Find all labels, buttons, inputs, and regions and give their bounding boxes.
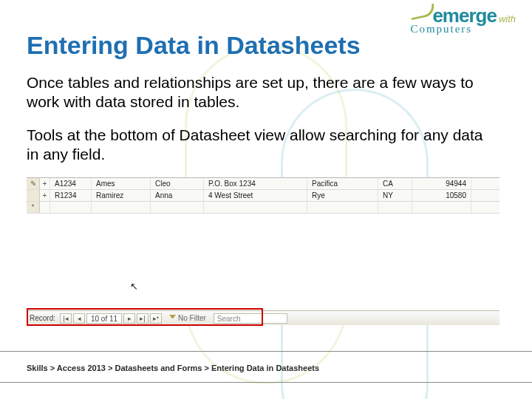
nav-first-button[interactable]: |◂ [60,313,72,324]
table-row-new[interactable]: * [27,202,499,214]
cell-address[interactable]: 4 West Street [204,190,307,201]
cell-lastname[interactable]: Ames [92,178,151,189]
breadcrumb: Skills > Access 2013 > Datasheets and Fo… [27,364,319,372]
filter-indicator[interactable]: No Filter [169,314,206,322]
brand-logo: emerge with Computers [410,7,516,35]
nav-last-button[interactable]: ▸| [137,313,149,324]
expand-icon[interactable]: + [40,178,50,189]
nav-prev-button[interactable]: ◂ [73,313,85,324]
cell-id[interactable]: A1234 [50,178,92,189]
cell-id[interactable]: R1234 [50,190,92,201]
intro-paragraph-1: Once tables and relationships are set up… [27,73,485,112]
nav-position[interactable]: 10 of 11 [86,313,122,324]
record-navigator: Record: |◂ ◂ 10 of 11 ▸ ▸| ▸* No Filter … [27,310,499,325]
cell-state[interactable]: CA [378,178,412,189]
funnel-icon [169,315,176,321]
table-row[interactable]: ✎ + A1234 Ames Cleo P.O. Box 1234 Pacifi… [27,178,499,190]
cell-firstname[interactable]: Anna [151,190,204,201]
datasheet-screenshot: ✎ + A1234 Ames Cleo P.O. Box 1234 Pacifi… [27,177,499,325]
search-input[interactable]: Search [214,313,287,324]
cell-city[interactable]: Pacifica [307,178,378,189]
cell-city[interactable]: Rye [307,190,378,201]
filter-label: No Filter [178,314,206,322]
intro-paragraph-2: Tools at the bottom of Datasheet view al… [27,126,485,165]
cell-zip[interactable]: 94944 [412,178,471,189]
logo-with: with [499,15,516,24]
new-row-marker[interactable]: * [27,202,40,213]
expand-icon[interactable]: + [40,190,50,201]
page-title: Entering Data in Datasheets [27,31,505,60]
row-selector[interactable] [27,190,40,201]
nav-label: Record: [30,314,55,322]
cell-lastname[interactable]: Ramirez [92,190,151,201]
cell-zip[interactable]: 10580 [412,190,471,201]
table-row[interactable]: + R1234 Ramirez Anna 4 West Street Rye N… [27,190,499,202]
nav-next-button[interactable]: ▸ [123,313,135,324]
logo-sub: Computers [410,24,516,35]
cell-firstname[interactable]: Cleo [151,178,204,189]
cell-address[interactable]: P.O. Box 1234 [204,178,307,189]
logo-brand: emerge [432,7,497,24]
row-selector[interactable]: ✎ [27,178,40,189]
cursor-icon: ↖ [130,281,138,292]
nav-new-button[interactable]: ▸* [150,313,162,324]
expand-icon [40,202,50,213]
cell-state[interactable]: NY [378,190,412,201]
